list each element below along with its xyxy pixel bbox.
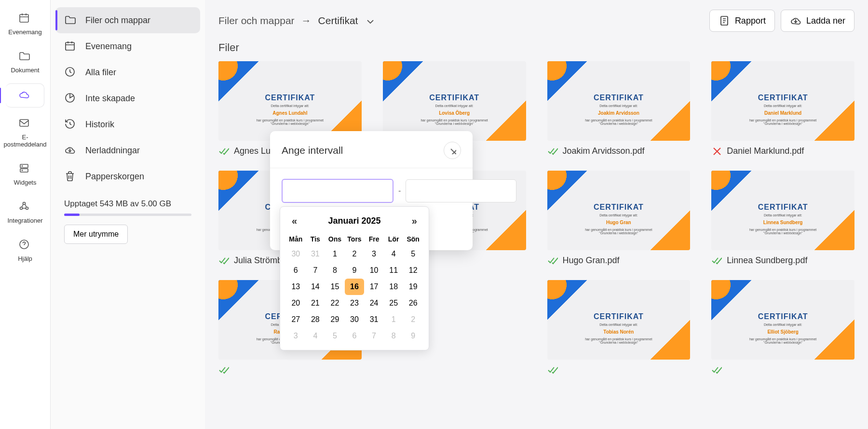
rail-item-help[interactable]: Hjälp: [6, 234, 44, 267]
calendar-day[interactable]: 4: [306, 328, 326, 344]
sidebar: Filer och mapparEvenemangAlla filerInte …: [51, 0, 205, 429]
file-row: Hugo Gran.pdf: [547, 255, 691, 266]
modal-close-button[interactable]: [444, 142, 461, 159]
breadcrumb-current[interactable]: Certifikat: [318, 15, 358, 27]
calendar-day[interactable]: 12: [403, 262, 423, 279]
calendar-day[interactable]: 17: [364, 279, 384, 295]
double-check-icon: [218, 255, 229, 266]
chevron-down-icon[interactable]: [365, 16, 374, 26]
calendar-day[interactable]: 6: [345, 328, 365, 344]
breadcrumb-root[interactable]: Filer och mappar: [218, 15, 295, 27]
calendar-day[interactable]: 10: [364, 262, 384, 279]
rail-label: Widgets: [14, 179, 37, 186]
storage-bar: [64, 214, 191, 216]
cloud-icon: [18, 89, 32, 102]
calendar-day[interactable]: 14: [306, 279, 326, 295]
double-check-icon: [547, 255, 558, 266]
file-name: Daniel Marklund.pdf: [727, 146, 804, 156]
calendar-dow: Tis: [306, 232, 326, 246]
sidebar-item-downloads[interactable]: Nerladdningar: [55, 137, 200, 163]
sidebar-item-events[interactable]: Evenemang: [55, 33, 200, 59]
calendar-day[interactable]: 9: [403, 328, 423, 344]
calendar-day[interactable]: 8: [325, 262, 345, 279]
calendar-day[interactable]: 15: [325, 279, 345, 295]
calendar-day[interactable]: 1: [384, 311, 404, 328]
calendar-day[interactable]: 1: [325, 246, 345, 262]
calendar-day[interactable]: 20: [286, 295, 306, 311]
calendar-day[interactable]: 19: [403, 279, 423, 295]
sidebar-item-trash[interactable]: Papperskorgen: [55, 163, 200, 189]
file-name: Linnea Sundberg.pdf: [727, 255, 807, 266]
calendar-day[interactable]: 9: [345, 262, 365, 279]
rail-label: Integrationer: [8, 217, 43, 224]
topbar-actions: Rapport Ladda ner: [709, 10, 854, 32]
file-card[interactable]: CERTIFIKAT Detta certifikat intygar att:…: [547, 171, 691, 266]
calendar-day[interactable]: 3: [364, 246, 384, 262]
calendar-day[interactable]: 22: [325, 295, 345, 311]
rail-item-email[interactable]: E-postmeddeland: [6, 112, 44, 153]
calendar-next-button[interactable]: »: [409, 214, 420, 228]
file-card[interactable]: CERTIFIKAT Detta certifikat intygar att:…: [711, 171, 854, 266]
calendar-day[interactable]: 30: [345, 311, 365, 328]
calendar-day[interactable]: 2: [403, 311, 423, 328]
calendar-prev-button[interactable]: «: [289, 214, 300, 228]
sidebar-item-label: Historik: [85, 120, 114, 130]
double-check-icon: [711, 364, 722, 375]
calendar-day[interactable]: 25: [384, 295, 404, 311]
file-card[interactable]: CERTIFIKAT Detta certifikat intygar att:…: [547, 280, 691, 375]
calendar-day[interactable]: 7: [306, 262, 326, 279]
calendar-day[interactable]: 5: [403, 246, 423, 262]
sidebar-item-notcreated[interactable]: Inte skapade: [55, 85, 200, 111]
rail-item-integrations[interactable]: Integrationer: [6, 196, 44, 229]
calendar-title[interactable]: Januari 2025: [328, 216, 380, 226]
calendar-day[interactable]: 23: [345, 295, 365, 311]
calendar-day[interactable]: 29: [325, 311, 345, 328]
modal-title: Ange intervall: [282, 145, 343, 156]
rail-item-events[interactable]: Evenemang: [6, 7, 44, 40]
rail-item-cloud[interactable]: [6, 83, 44, 107]
sidebar-item-history[interactable]: Historik: [55, 111, 200, 137]
calendar-day[interactable]: 2: [345, 246, 365, 262]
app-rail: EvenemangDokumentE-postmeddelandWidgetsI…: [0, 0, 51, 429]
calendar-dow: Sön: [403, 232, 423, 246]
calendar-day[interactable]: 3: [286, 328, 306, 344]
calendar-day[interactable]: 30: [286, 246, 306, 262]
file-card[interactable]: CERTIFIKAT Detta certifikat intygar att:…: [711, 280, 854, 375]
rail-item-widgets[interactable]: Widgets: [6, 158, 44, 191]
calendar-day[interactable]: 5: [325, 328, 345, 344]
file-card[interactable]: CERTIFIKAT Detta certifikat intygar att:…: [547, 61, 691, 156]
calendar-dow: Fre: [364, 232, 384, 246]
calendar-day[interactable]: 16: [345, 279, 365, 295]
sidebar-item-files[interactable]: Filer och mappar: [55, 7, 200, 33]
more-storage-button[interactable]: Mer utrymme: [64, 225, 128, 244]
calendar-day[interactable]: 27: [286, 311, 306, 328]
calendar-day[interactable]: 18: [384, 279, 404, 295]
mail-icon: [18, 117, 32, 131]
report-button[interactable]: Rapport: [709, 10, 775, 32]
range-end-input[interactable]: [406, 179, 516, 202]
calendar-dow: Tors: [345, 232, 365, 246]
calendar-day[interactable]: 28: [306, 311, 326, 328]
calendar-day[interactable]: 8: [384, 328, 404, 344]
range-start-input[interactable]: [282, 179, 393, 203]
error-icon: [711, 146, 722, 156]
calendar-day[interactable]: 4: [384, 246, 404, 262]
file-name: Hugo Gran.pdf: [563, 255, 620, 266]
report-label: Rapport: [735, 16, 766, 26]
calendar-day[interactable]: 13: [286, 279, 306, 295]
breadcrumb-arrow: →: [301, 15, 312, 27]
sidebar-item-all[interactable]: Alla filer: [55, 59, 200, 85]
download-button[interactable]: Ladda ner: [781, 10, 854, 32]
rail-item-docs[interactable]: Dokument: [6, 45, 44, 79]
sidebar-item-label: Inte skapade: [85, 94, 135, 104]
calendar-day[interactable]: 21: [306, 295, 326, 311]
calendar-day[interactable]: 31: [306, 246, 326, 262]
calendar-day[interactable]: 11: [384, 262, 404, 279]
calendar-day[interactable]: 26: [403, 295, 423, 311]
calendar-day[interactable]: 24: [364, 295, 384, 311]
file-card[interactable]: CERTIFIKAT Detta certifikat intygar att:…: [711, 61, 854, 156]
sidebar-item-label: Alla filer: [85, 67, 116, 78]
calendar-day[interactable]: 6: [286, 262, 306, 279]
calendar-day[interactable]: 7: [364, 328, 384, 344]
calendar-day[interactable]: 31: [364, 311, 384, 328]
